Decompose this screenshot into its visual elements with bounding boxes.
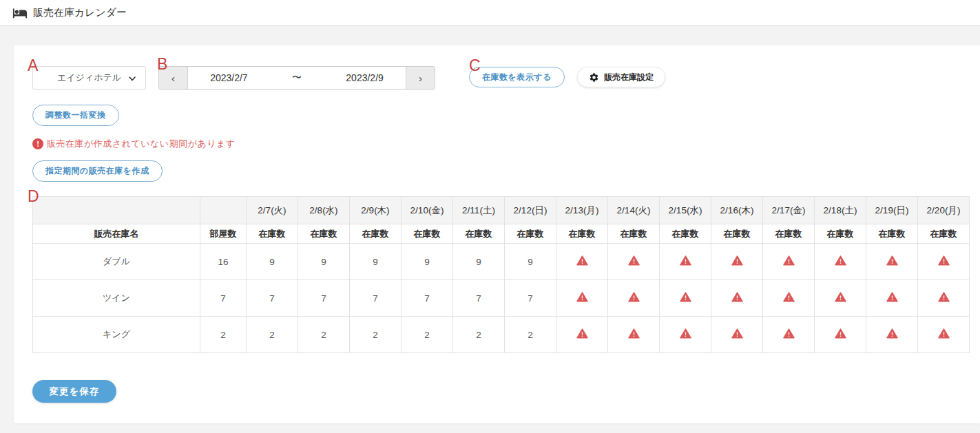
date-header-cell: 2/17(金): [763, 197, 815, 224]
stock-cell-missing[interactable]: [866, 317, 918, 353]
stock-cell[interactable]: 2: [453, 317, 505, 353]
stock-cell-missing[interactable]: [556, 244, 608, 280]
date-header-cell: 2/15(水): [660, 197, 711, 224]
inventory-settings-button[interactable]: 販売在庫設定: [577, 67, 665, 87]
stock-cell-missing[interactable]: [763, 317, 815, 353]
stock-count-header-cell: 在庫数: [660, 224, 711, 244]
stock-cell[interactable]: 7: [505, 280, 556, 317]
warning-triangle-icon: [835, 255, 846, 266]
stock-cell[interactable]: 9: [298, 244, 350, 280]
save-changes-button[interactable]: 変更を保存: [32, 380, 116, 403]
date-header-cell: 2/11(土): [453, 197, 505, 224]
stock-cell-missing[interactable]: [608, 244, 660, 280]
stock-cell-missing[interactable]: [918, 280, 970, 317]
inventory-calendar-table: 2/7(火)2/8(水)2/9(木)2/10(金)2/11(土)2/12(日)2…: [32, 196, 970, 353]
stock-cell[interactable]: 2: [402, 317, 453, 353]
date-header-cell: 2/13(月): [556, 197, 608, 224]
stock-cell[interactable]: 9: [247, 244, 298, 280]
date-header-cell: 2/12(日): [505, 197, 556, 224]
stock-count-header-cell: 在庫数: [350, 224, 402, 244]
warning-triangle-icon: [938, 328, 950, 339]
stock-cell[interactable]: 2: [505, 317, 556, 353]
stock-cell[interactable]: 9: [402, 244, 453, 280]
stock-cell-missing[interactable]: [918, 244, 970, 280]
stock-cell-missing[interactable]: [660, 280, 711, 317]
hotel-select[interactable]: エイジィホテル: [32, 66, 146, 89]
empty-header-cell: [200, 197, 247, 224]
app-top-bar: 販売在庫カレンダー: [0, 0, 980, 26]
bulk-adjust-button[interactable]: 調整数一括変換: [32, 105, 119, 126]
stock-cell-missing[interactable]: [711, 317, 763, 353]
stock-cell[interactable]: 2: [298, 317, 350, 353]
stock-cell-missing[interactable]: [763, 280, 815, 317]
page-title: 販売在庫カレンダー: [33, 6, 127, 19]
stock-cell-missing[interactable]: [711, 244, 763, 280]
stock-cell-missing[interactable]: [866, 244, 918, 280]
warning-triangle-icon: [886, 328, 898, 339]
stock-count-header-cell: 在庫数: [556, 224, 608, 244]
stock-cell-missing[interactable]: [815, 280, 866, 317]
show-stock-button[interactable]: 在庫数を表示する: [469, 67, 565, 87]
stock-count-header-cell: 在庫数: [247, 224, 298, 244]
stock-count-header-cell: 在庫数: [453, 224, 505, 244]
warning-triangle-icon: [731, 292, 743, 302]
stock-cell[interactable]: 7: [247, 280, 298, 317]
annotation-letter-d: D: [28, 189, 39, 204]
stock-cell[interactable]: 7: [402, 280, 453, 317]
warning-triangle-icon: [783, 328, 795, 339]
annotation-letter-a: A: [28, 58, 38, 73]
warning-triangle-icon: [731, 328, 743, 339]
table-row: ツイン7777777: [33, 280, 970, 317]
stock-cell-missing[interactable]: [556, 280, 608, 317]
hotel-select-value: エイジィホテル: [57, 72, 121, 84]
warning-triangle-icon: [628, 292, 640, 302]
hotel-bed-icon: [12, 6, 28, 21]
stock-cell-missing[interactable]: [815, 244, 866, 280]
date-header-cell: 2/18(土): [815, 197, 866, 224]
stock-count-header-cell: 在庫数: [402, 224, 453, 244]
warning-triangle-icon: [835, 328, 846, 339]
stock-cell-missing[interactable]: [556, 317, 608, 353]
rooms-count-cell: 16: [200, 244, 247, 280]
stock-count-header-cell: 在庫数: [608, 224, 660, 244]
warning-triangle-icon: [680, 255, 691, 266]
date-range-separator: 〜: [292, 72, 302, 84]
warning-message: 販売在庫が作成されていない期間があります: [47, 138, 236, 150]
stock-cell[interactable]: 7: [453, 280, 505, 317]
stock-cell[interactable]: 2: [350, 317, 402, 353]
stock-cell-missing[interactable]: [815, 317, 866, 353]
stock-cell[interactable]: 9: [453, 244, 505, 280]
warning-triangle-icon: [680, 328, 691, 339]
room-type-name: キング: [33, 317, 200, 353]
create-period-inventory-button[interactable]: 指定期間の販売在庫を作成: [32, 160, 163, 182]
missing-inventory-warning: ! 販売在庫が作成されていない期間があります: [32, 138, 236, 150]
annotation-letter-c: C: [469, 58, 481, 73]
stock-cell-missing[interactable]: [608, 317, 660, 353]
table-body: ダブル16999999ツイン7777777キング2222222: [33, 244, 970, 353]
stock-cell-missing[interactable]: [660, 244, 711, 280]
stock-cell-missing[interactable]: [711, 280, 763, 317]
chevron-down-icon: [128, 74, 136, 85]
stock-cell[interactable]: 2: [247, 317, 298, 353]
stock-count-header-cell: 在庫数: [918, 224, 970, 244]
stock-cell-missing[interactable]: [608, 280, 660, 317]
stock-cell-missing[interactable]: [918, 317, 970, 353]
stock-cell-missing[interactable]: [660, 317, 711, 353]
stock-cell-missing[interactable]: [763, 244, 815, 280]
stock-cell[interactable]: 7: [350, 280, 402, 317]
warning-triangle-icon: [628, 328, 640, 339]
warning-triangle-icon: [731, 255, 743, 266]
next-period-button[interactable]: ›: [406, 67, 435, 89]
warning-triangle-icon: [576, 255, 588, 266]
stock-cell[interactable]: 9: [505, 244, 556, 280]
rooms-column-header: 部屋数: [200, 224, 247, 244]
stock-count-header-cell: 在庫数: [505, 224, 556, 244]
stock-cell[interactable]: 9: [350, 244, 402, 280]
warning-triangle-icon: [835, 292, 846, 302]
date-header-cell: 2/14(火): [608, 197, 660, 224]
stock-cell-missing[interactable]: [866, 280, 918, 317]
warning-triangle-icon: [783, 292, 795, 302]
stock-cell[interactable]: 7: [298, 280, 350, 317]
date-header-cell: 2/8(水): [298, 197, 350, 224]
table-row: ダブル16999999: [33, 244, 970, 280]
